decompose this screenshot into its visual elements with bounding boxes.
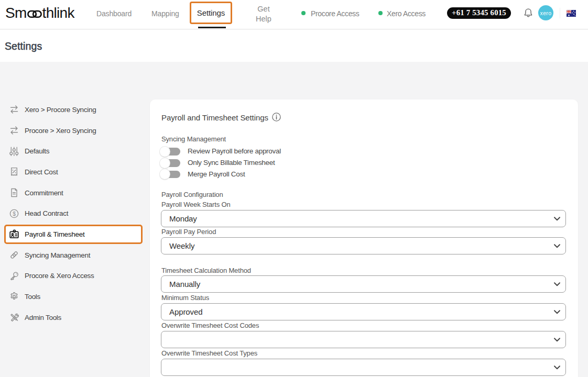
svg-text:$: $: [13, 210, 16, 216]
